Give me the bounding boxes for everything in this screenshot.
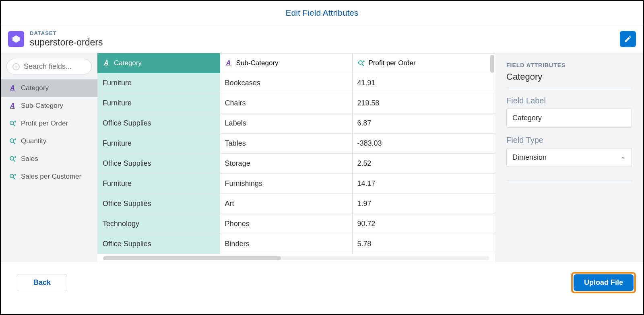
table-cell[interactable]: Furniture <box>98 93 220 113</box>
table-cell[interactable]: 90.72 <box>352 214 495 234</box>
dimension-icon: A <box>225 60 232 67</box>
dimension-icon: A <box>9 84 16 92</box>
svg-point-16 <box>359 61 362 64</box>
svg-line-13 <box>13 177 15 179</box>
panel-divider <box>506 181 632 181</box>
table-cell[interactable]: Chairs <box>220 93 352 113</box>
table-cell[interactable]: Storage <box>220 154 352 174</box>
sidebar-field-item[interactable]: Quantity <box>1 132 97 150</box>
column-header-label: Sub-Category <box>236 59 279 67</box>
search-field-wrapper[interactable] <box>6 59 92 74</box>
sidebar-field-item[interactable]: Sales <box>1 150 97 168</box>
sidebar-field-label: Quantity <box>21 137 46 145</box>
table-cell[interactable]: 1.97 <box>352 194 495 214</box>
table-cell[interactable]: Office Supplies <box>98 234 220 254</box>
table-cell[interactable]: 5.78 <box>352 234 495 254</box>
measure-icon <box>9 173 16 180</box>
field-attributes-panel: FIELD ATTRIBUTES Category Field Label Fi… <box>495 53 643 262</box>
svg-point-8 <box>10 156 14 160</box>
sidebar-field-item[interactable]: ACategory <box>1 79 97 97</box>
dataset-name: superstore-orders <box>30 37 103 48</box>
table-cell[interactable]: 219.58 <box>352 93 495 113</box>
measure-icon <box>9 155 16 163</box>
footer: Back Upload File <box>1 262 643 303</box>
table-row: FurnitureTables-383.03 <box>98 134 495 154</box>
sidebar-field-item[interactable]: ASub-Category <box>1 97 97 115</box>
svg-line-9 <box>13 160 15 162</box>
table-cell[interactable]: Furniture <box>98 134 220 154</box>
table-cell[interactable]: -383.03 <box>352 134 495 154</box>
dimension-icon: A <box>103 60 110 67</box>
measure-icon <box>357 60 365 67</box>
table-cell[interactable]: 6.87 <box>352 113 495 134</box>
data-preview: ACategoryASub-CategoryProfit per Order F… <box>97 53 495 262</box>
table-cell[interactable]: Technology <box>98 214 220 234</box>
sidebar-field-label: Category <box>21 84 49 92</box>
search-indicator-icon <box>12 63 20 70</box>
svg-point-0 <box>10 121 14 125</box>
table-row: Office SuppliesArt1.97 <box>98 194 495 214</box>
svg-point-4 <box>10 139 14 142</box>
table-row: FurnitureBookcases41.91 <box>98 73 495 93</box>
measure-icon <box>9 120 16 127</box>
chevron-down-icon <box>620 155 626 161</box>
table-cell[interactable]: Tables <box>220 134 352 154</box>
sidebar-field-item[interactable]: Sales per Customer <box>1 168 97 185</box>
table-row: FurnitureChairs219.58 <box>98 93 495 113</box>
column-header[interactable]: ASub-Category <box>220 54 352 73</box>
pencil-icon <box>624 35 632 43</box>
table-cell[interactable]: 2.52 <box>352 154 495 174</box>
column-header[interactable]: Profit per Order <box>352 54 495 73</box>
column-header-label: Profit per Order <box>369 59 416 67</box>
field-sidebar: ACategoryASub-CategoryProfit per OrderQu… <box>1 53 97 262</box>
dataset-bar: DATASET superstore-orders <box>1 25 643 53</box>
table-cell[interactable]: Art <box>220 194 352 214</box>
horizontal-scrollbar[interactable] <box>103 256 489 260</box>
column-header-label: Category <box>114 59 142 67</box>
edit-button[interactable] <box>620 31 636 47</box>
table-cell[interactable]: Labels <box>220 113 352 134</box>
upload-file-button[interactable]: Upload File <box>574 274 634 291</box>
table-row: FurnitureFurnishings14.17 <box>98 174 495 194</box>
upload-highlight: Upload File <box>571 272 636 293</box>
back-button[interactable]: Back <box>17 274 67 291</box>
field-type-caption: Field Type <box>506 136 632 145</box>
table-row: TechnologyPhones90.72 <box>98 214 495 234</box>
table-row: Office SuppliesStorage2.52 <box>98 154 495 174</box>
column-header[interactable]: ACategory <box>98 54 220 73</box>
table-cell[interactable]: Bookcases <box>220 73 352 93</box>
field-type-select[interactable]: Dimension <box>506 148 632 167</box>
table-cell[interactable]: Office Supplies <box>98 194 220 214</box>
sidebar-field-label: Sales <box>21 155 38 163</box>
table-row: Office SuppliesLabels6.87 <box>98 113 495 134</box>
table-cell[interactable]: Furnishings <box>220 174 352 194</box>
attributes-field-name: Category <box>506 68 632 88</box>
table-cell[interactable]: Office Supplies <box>98 154 220 174</box>
sidebar-field-label: Profit per Order <box>21 119 68 128</box>
table-cell[interactable]: Office Supplies <box>98 113 220 134</box>
svg-point-12 <box>10 174 14 178</box>
vertical-scrollbar[interactable] <box>490 55 494 91</box>
table-cell[interactable]: 14.17 <box>352 174 495 194</box>
dimension-icon: A <box>9 102 16 109</box>
table-cell[interactable]: 41.91 <box>352 73 495 93</box>
svg-line-5 <box>13 142 15 144</box>
sidebar-field-label: Sales per Customer <box>21 173 81 181</box>
attributes-heading: FIELD ATTRIBUTES <box>506 62 632 68</box>
sidebar-field-label: Sub-Category <box>21 102 63 110</box>
table-cell[interactable]: Furniture <box>98 174 220 194</box>
svg-line-1 <box>13 124 15 126</box>
sidebar-field-item[interactable]: Profit per Order <box>1 115 97 132</box>
table-cell[interactable]: Furniture <box>98 73 220 93</box>
dataset-label: DATASET <box>30 30 103 36</box>
table-cell[interactable]: Phones <box>220 214 352 234</box>
table-cell[interactable]: Binders <box>220 234 352 254</box>
measure-icon <box>9 138 16 145</box>
table-row: Office SuppliesBinders5.78 <box>98 234 495 254</box>
field-type-value: Dimension <box>512 153 547 162</box>
field-label-caption: Field Label <box>506 96 632 105</box>
modal-title: Edit Field Attributes <box>1 1 643 25</box>
dataset-icon <box>8 31 24 47</box>
search-input[interactable] <box>24 62 86 71</box>
field-label-input[interactable] <box>506 109 632 128</box>
